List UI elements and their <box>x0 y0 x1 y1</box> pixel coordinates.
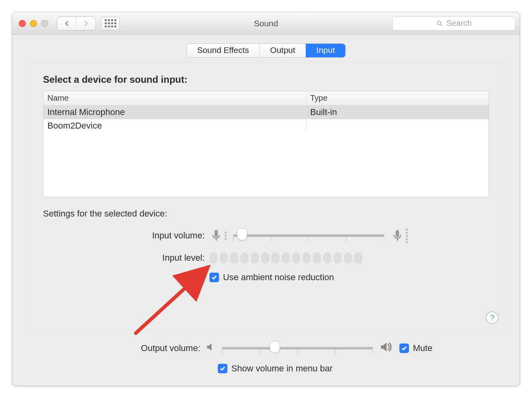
grid-icon <box>105 19 116 27</box>
noise-reduction-row: Use ambient noise reduction <box>43 272 489 283</box>
slider-thumb[interactable] <box>270 341 280 353</box>
zoom-window-button <box>41 20 48 27</box>
nav-back-forward <box>57 16 96 31</box>
speaker-high-icon <box>379 340 392 356</box>
show-in-menubar-label: Show volume in menu bar <box>231 363 332 374</box>
svg-line-1 <box>441 24 442 26</box>
output-volume-label: Output volume: <box>43 343 205 353</box>
table-row[interactable]: Boom2Device <box>43 119 489 133</box>
panel-heading: Select a device for sound input: <box>43 74 489 85</box>
input-level-row: Input level: <box>43 252 489 263</box>
minimize-window-button[interactable] <box>30 20 37 27</box>
search-icon <box>436 20 443 27</box>
device-table: Name Type Internal Microphone Built-in B… <box>43 91 489 197</box>
show-in-menubar-checkbox[interactable] <box>218 364 227 373</box>
tab-bar: Sound Effects Output Input <box>186 43 346 58</box>
table-row[interactable]: Internal Microphone Built-in <box>43 105 489 119</box>
microphone-low-icon <box>209 229 227 242</box>
svg-point-0 <box>437 21 441 25</box>
output-volume-section: Output volume: Mute <box>26 330 506 375</box>
output-volume-row: Output volume: Mute <box>43 340 489 356</box>
window-toolbar: Sound Search <box>12 12 520 35</box>
show-all-button[interactable] <box>101 17 120 30</box>
help-button[interactable]: ? <box>486 311 499 324</box>
microphone-high-icon <box>391 228 408 243</box>
sound-preferences-window: Sound Search Sound Effects Output Input … <box>12 12 520 386</box>
speaker-low-icon <box>205 341 216 355</box>
column-type-header[interactable]: Type <box>306 91 489 105</box>
device-name: Internal Microphone <box>43 105 306 119</box>
slider-thumb[interactable] <box>237 228 247 240</box>
input-volume-row: Input volume: <box>43 228 489 244</box>
checkmark-icon <box>211 274 217 281</box>
show-in-menubar-row: Show volume in menu bar <box>43 363 489 374</box>
device-name: Boom2Device <box>43 119 306 133</box>
close-window-button[interactable] <box>19 20 26 27</box>
settings-heading: Settings for the selected device: <box>43 209 489 219</box>
mute-checkbox[interactable] <box>399 343 409 353</box>
table-header: Name Type <box>43 91 489 105</box>
column-name-header[interactable]: Name <box>43 91 306 105</box>
output-volume-slider[interactable] <box>222 340 373 356</box>
tab-sound-effects[interactable]: Sound Effects <box>187 44 260 57</box>
checkmark-icon <box>401 345 407 351</box>
tab-output[interactable]: Output <box>260 44 306 57</box>
tab-input[interactable]: Input <box>306 44 345 57</box>
noise-reduction-checkbox[interactable] <box>209 273 219 282</box>
input-volume-slider[interactable] <box>233 228 384 244</box>
forward-button <box>76 17 96 30</box>
mute-label: Mute <box>413 343 432 353</box>
input-panel: Select a device for sound input: Name Ty… <box>26 62 506 330</box>
input-level-meter <box>209 252 362 263</box>
back-button[interactable] <box>57 17 76 30</box>
search-placeholder: Search <box>446 19 471 28</box>
window-controls <box>19 20 48 27</box>
search-field[interactable]: Search <box>392 16 516 31</box>
input-volume-label: Input volume: <box>43 230 209 241</box>
input-level-label: Input level: <box>43 253 209 263</box>
window-body: Sound Effects Output Input Select a devi… <box>12 35 520 386</box>
device-type <box>306 119 489 133</box>
noise-reduction-label: Use ambient noise reduction <box>223 272 334 283</box>
device-type: Built-in <box>306 105 489 119</box>
checkmark-icon <box>219 365 226 372</box>
